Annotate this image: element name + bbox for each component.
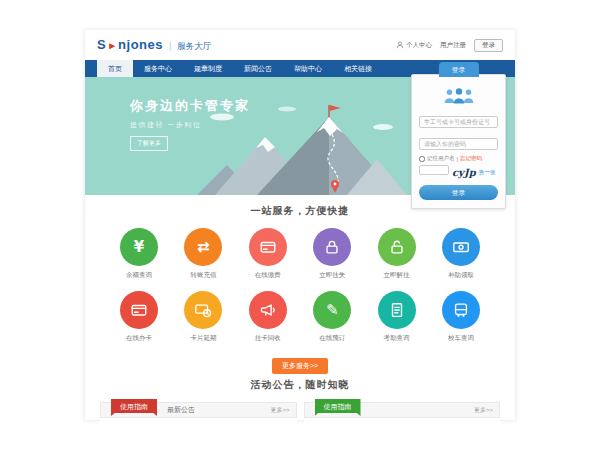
service-circle[interactable]: [120, 291, 158, 329]
remember-separator: |: [457, 156, 458, 162]
forgot-password-link[interactable]: 忘记密码: [460, 155, 482, 162]
panel-left-body: [100, 418, 297, 427]
nav-item-news[interactable]: 新闻公告: [233, 60, 283, 77]
users-icon: [441, 87, 477, 104]
service-item-card-extension[interactable]: 卡片延期: [175, 291, 231, 343]
password-input[interactable]: [419, 138, 498, 150]
service-label: 补助领取: [433, 271, 489, 280]
service-label: 转账充值: [175, 271, 231, 280]
service-item-apply-card[interactable]: 在线办卡: [111, 291, 167, 343]
announcement-panel-left: 使用指南 最新公告 更多>>: [100, 402, 297, 427]
panel-right-header: 使用指南 更多>>: [304, 402, 501, 418]
service-circle[interactable]: [378, 291, 416, 329]
header-links: 个人中心 用户注册 登录: [396, 39, 503, 52]
service-item-transfer[interactable]: ⇄ 转账充值: [175, 228, 231, 280]
logo[interactable]: S ► njones | 服务大厅: [97, 37, 211, 53]
announcements-title: 活动公告，随时知晓: [85, 378, 515, 392]
site-name: 服务大厅: [177, 41, 211, 53]
service-circle[interactable]: [442, 228, 480, 266]
username-input[interactable]: [419, 116, 498, 128]
announcements-section: 活动公告，随时知晓 使用指南 最新公告 更多>> 使用指南 更多>>: [85, 378, 515, 427]
logo-text-prefix: S: [97, 37, 106, 52]
logo-divider: |: [169, 41, 171, 51]
hero-cta-button[interactable]: 了解更多: [130, 136, 168, 151]
transfer-icon: ⇄: [197, 238, 210, 256]
service-item-school-bus[interactable]: 校车查询: [433, 291, 489, 343]
service-circle[interactable]: [313, 228, 351, 266]
service-item-attendance[interactable]: 考勤查询: [369, 291, 425, 343]
user-register-label: 用户注册: [440, 41, 466, 50]
more-services-button[interactable]: 更多服务>>: [272, 358, 328, 374]
nav-item-help-center[interactable]: 帮助中心: [283, 60, 333, 77]
pencil-icon: ✎: [326, 301, 339, 319]
service-label: 卡片延期: [175, 334, 231, 343]
service-item-subsidy[interactable]: 补助领取: [433, 228, 489, 280]
service-item-cancel-loss[interactable]: 立即解挂: [369, 228, 425, 280]
service-item-balance[interactable]: ¥ 余额查询: [111, 228, 167, 280]
panel-right-body: [304, 418, 501, 427]
service-circle[interactable]: ✎: [313, 291, 351, 329]
service-item-report-loss[interactable]: 立即挂失: [304, 228, 360, 280]
service-label: 在线缴费: [240, 271, 296, 280]
personal-center-link[interactable]: 个人中心: [396, 41, 432, 50]
credit-card-icon: [259, 238, 277, 256]
captcha-input[interactable]: [419, 165, 449, 175]
service-label: 在线预订: [304, 334, 360, 343]
captcha-row: cyJp 换一张: [419, 165, 498, 179]
service-circle[interactable]: ⇄: [184, 228, 222, 266]
services-row-2: 在线办卡 卡片延期 挂卡回收: [85, 291, 515, 343]
logo-text-suffix: njones: [118, 37, 163, 52]
service-item-online-payment[interactable]: 在线缴费: [240, 228, 296, 280]
service-label: 立即解挂: [369, 271, 425, 280]
services-row-1: ¥ 余额查询 ⇄ 转账充值 在线缴费: [85, 228, 515, 280]
announcement-panel-right: 使用指南 更多>>: [304, 402, 501, 427]
service-circle[interactable]: [249, 228, 287, 266]
card-clock-icon: [194, 301, 212, 319]
service-label: 在线办卡: [111, 334, 167, 343]
service-circle[interactable]: [442, 291, 480, 329]
report-icon: [388, 301, 406, 319]
login-tab[interactable]: 登录: [439, 62, 479, 77]
remember-row: 记住用户名 | 忘记密码: [419, 155, 498, 162]
service-circle[interactable]: [249, 291, 287, 329]
remember-checkbox[interactable]: [419, 156, 425, 162]
service-item-card-recycle[interactable]: 挂卡回收: [240, 291, 296, 343]
more-link-right[interactable]: 更多>>: [474, 406, 493, 415]
services-section: 一站服务，方便快捷 ¥ 余额查询 ⇄ 转账充值: [85, 195, 515, 374]
more-link-left[interactable]: 更多>>: [270, 406, 289, 415]
credit-card-icon: [130, 301, 148, 319]
personal-center-label: 个人中心: [406, 41, 432, 50]
mountain-illustration: [197, 103, 407, 195]
lock-open-icon: [388, 238, 406, 256]
captcha-refresh-link[interactable]: 换一张: [479, 169, 496, 176]
header-login-button[interactable]: 登录: [474, 39, 503, 52]
person-icon: [396, 41, 404, 49]
nav-item-rules[interactable]: 规章制度: [183, 60, 233, 77]
megaphone-icon: [259, 301, 277, 319]
ribbon-tab-guide[interactable]: 使用指南: [111, 399, 157, 416]
service-label: 校车查询: [433, 334, 489, 343]
tab-latest-news[interactable]: 最新公告: [167, 405, 195, 415]
login-panel: 登录 记住用户名 | 忘记密码 cyJp 换一张: [411, 74, 506, 209]
login-submit-button[interactable]: 登录: [419, 185, 498, 200]
service-circle[interactable]: ¥: [120, 228, 158, 266]
service-label: 考勤查询: [369, 334, 425, 343]
service-circle[interactable]: [184, 291, 222, 329]
bus-icon: [452, 301, 470, 319]
service-label: 立即挂失: [304, 271, 360, 280]
service-label: 余额查询: [111, 271, 167, 280]
captcha-image[interactable]: cyJp: [452, 167, 476, 178]
nav-item-service-center[interactable]: 服务中心: [133, 60, 183, 77]
service-circle[interactable]: [378, 228, 416, 266]
user-register-link[interactable]: 用户注册: [440, 41, 466, 50]
header: S ► njones | 服务大厅 个人中心 用户注册 登录: [85, 30, 515, 60]
nav-item-home[interactable]: 首页: [97, 60, 133, 77]
yen-icon: ¥: [134, 238, 144, 256]
service-label: 挂卡回收: [240, 334, 296, 343]
announcement-panels: 使用指南 最新公告 更多>> 使用指南 更多>>: [85, 402, 515, 427]
remember-label: 记住用户名: [427, 155, 455, 162]
nav-item-links[interactable]: 相关链接: [333, 60, 383, 77]
service-item-online-booking[interactable]: ✎ 在线预订: [304, 291, 360, 343]
panel-left-header: 使用指南 最新公告 更多>>: [100, 402, 297, 418]
ribbon-tab-guide[interactable]: 使用指南: [315, 399, 361, 416]
